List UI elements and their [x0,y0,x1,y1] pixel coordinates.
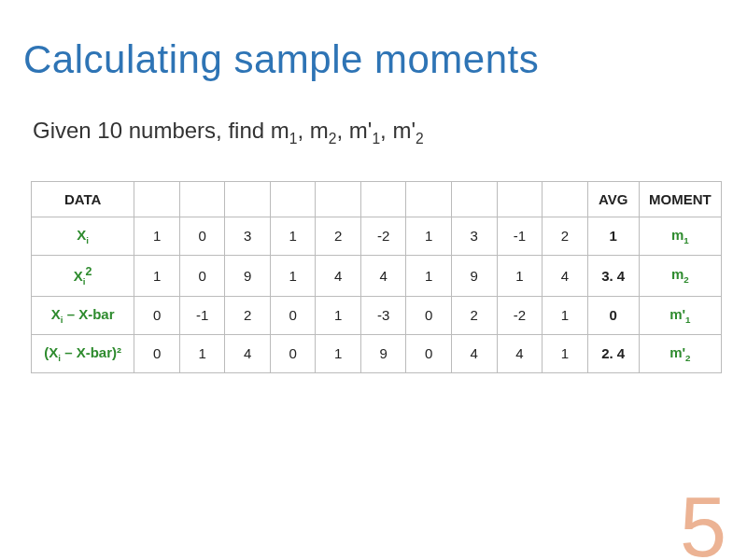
table-row: (Xi – X-bar)² 0 1 4 0 1 9 0 4 4 1 2. 4 m… [32,334,722,372]
table-row: Xi – X-bar 0 -1 2 0 1 -3 0 2 -2 1 0 m'1 [32,296,722,334]
cell: 0 [179,217,225,255]
row-label: (Xi – X-bar)² [32,334,134,372]
cell: 0 [134,334,180,372]
cell: 9 [360,334,406,372]
cell: 3 [225,217,271,255]
cell: 4 [225,334,271,372]
header-data: DATA [32,181,134,217]
cell: -3 [360,296,406,334]
subtitle-sub-3: 1 [372,131,380,147]
cell: 2 [543,217,588,255]
subtitle-sub-1: 1 [289,131,298,147]
subtitle-sub-2: 2 [329,131,337,147]
cell: 4 [360,255,406,296]
cell: 9 [452,255,498,296]
cell: -1 [179,296,225,334]
slide-title: Calculating sample moments [23,37,724,82]
cell: 0 [270,296,316,334]
moment-cell: m2 [639,255,721,296]
moment-cell: m'1 [639,296,721,334]
slide-subtitle: Given 10 numbers, find m1, m2, m'1, m'2 [33,118,724,147]
moment-cell: m1 [639,217,721,255]
cell: 1 [270,255,316,296]
header-moment: MOMENT [639,181,721,217]
cell: 1 [316,296,361,334]
cell: 1 [316,334,361,372]
row-label: Xi – X-bar [32,296,134,334]
cell: 1 [543,296,588,334]
header-avg: AVG [587,181,639,217]
cell: 0 [179,255,225,296]
cell: 0 [134,296,180,334]
cell: -1 [497,217,543,255]
moment-cell: m'2 [639,334,721,372]
cell: 1 [497,255,543,296]
cell: 4 [316,255,361,296]
cell: 1 [134,255,180,296]
cell: 0 [406,296,452,334]
cell: 4 [543,255,588,296]
moments-table: DATA AVG MOMENT Xi 1 0 3 1 2 -2 1 3 -1 2… [31,181,722,373]
cell: -2 [497,296,543,334]
cell: 1 [179,334,225,372]
cell: 4 [497,334,543,372]
subtitle-sub-4: 2 [416,131,424,147]
cell: -2 [360,217,406,255]
table-header-row: DATA AVG MOMENT [32,181,722,217]
cell: 1 [543,334,588,372]
row-label: Xi [32,217,134,255]
table-row: Xi2 1 0 9 1 4 4 1 9 1 4 3. 4 m2 [32,255,722,296]
cell: 9 [225,255,271,296]
table-row: Xi 1 0 3 1 2 -2 1 3 -1 2 1 m1 [32,217,722,255]
cell: 3 [452,217,498,255]
cell: 4 [452,334,498,372]
cell: 1 [406,217,452,255]
row-label: Xi2 [32,255,134,296]
avg-cell: 2. 4 [587,334,639,372]
cell: 0 [270,334,316,372]
avg-cell: 1 [587,217,639,255]
cell: 1 [406,255,452,296]
slide: Calculating sample moments Given 10 numb… [0,0,747,560]
subtitle-text-prefix: Given 10 numbers, find m [33,118,289,143]
cell: 1 [134,217,180,255]
cell: 1 [270,217,316,255]
cell: 0 [406,334,452,372]
avg-cell: 3. 4 [587,255,639,296]
cell: 2 [316,217,361,255]
avg-cell: 0 [587,296,639,334]
cell: 2 [225,296,271,334]
page-number: 5 [680,485,726,560]
cell: 2 [452,296,498,334]
